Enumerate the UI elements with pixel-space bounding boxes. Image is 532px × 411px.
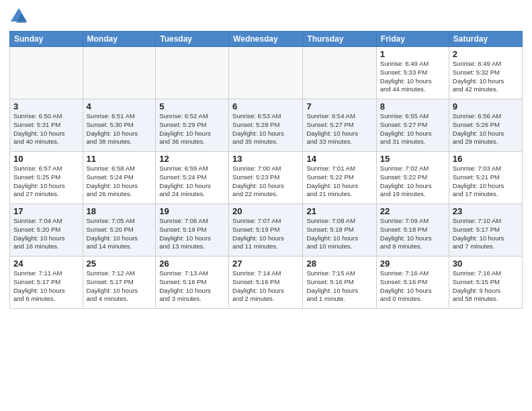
day-info: Sunrise: 7:11 AM Sunset: 5:17 PM Dayligh… <box>13 269 79 304</box>
calendar-cell: 11Sunrise: 6:58 AM Sunset: 5:24 PM Dayli… <box>83 152 156 204</box>
day-number: 1 <box>380 49 445 59</box>
day-info: Sunrise: 7:04 AM Sunset: 5:20 PM Dayligh… <box>13 217 79 251</box>
logo <box>9 7 31 26</box>
day-number: 22 <box>380 206 445 216</box>
calendar-cell: 21Sunrise: 7:08 AM Sunset: 5:18 PM Dayli… <box>303 204 376 257</box>
day-info: Sunrise: 6:53 AM Sunset: 5:28 PM Dayligh… <box>232 112 299 146</box>
weekday-monday: Monday <box>83 32 156 47</box>
day-number: 3 <box>13 101 79 111</box>
day-info: Sunrise: 7:02 AM Sunset: 5:22 PM Dayligh… <box>380 165 445 199</box>
week-row-1: 1Sunrise: 6:49 AM Sunset: 5:33 PM Daylig… <box>10 47 523 99</box>
calendar-cell: 4Sunrise: 6:51 AM Sunset: 5:30 PM Daylig… <box>83 99 156 152</box>
week-row-3: 10Sunrise: 6:57 AM Sunset: 5:25 PM Dayli… <box>10 152 523 204</box>
day-number: 18 <box>87 206 152 216</box>
day-info: Sunrise: 7:14 AM Sunset: 5:16 PM Dayligh… <box>232 269 299 304</box>
calendar-cell: 13Sunrise: 7:00 AM Sunset: 5:23 PM Dayli… <box>229 152 303 204</box>
calendar-cell: 22Sunrise: 7:09 AM Sunset: 5:18 PM Dayli… <box>376 204 449 257</box>
day-number: 25 <box>87 259 152 269</box>
day-info: Sunrise: 7:13 AM Sunset: 5:16 PM Dayligh… <box>159 269 225 304</box>
week-row-4: 17Sunrise: 7:04 AM Sunset: 5:20 PM Dayli… <box>10 204 523 257</box>
day-number: 6 <box>232 101 299 111</box>
day-info: Sunrise: 7:06 AM Sunset: 5:19 PM Dayligh… <box>159 217 225 251</box>
weekday-saturday: Saturday <box>449 32 522 47</box>
day-number: 26 <box>159 259 225 269</box>
day-info: Sunrise: 6:59 AM Sunset: 5:24 PM Dayligh… <box>159 165 225 199</box>
day-info: Sunrise: 7:10 AM Sunset: 5:17 PM Dayligh… <box>453 217 519 251</box>
calendar-cell: 30Sunrise: 7:16 AM Sunset: 5:15 PM Dayli… <box>449 257 522 309</box>
calendar-cell: 2Sunrise: 6:49 AM Sunset: 5:32 PM Daylig… <box>449 47 522 99</box>
week-row-5: 24Sunrise: 7:11 AM Sunset: 5:17 PM Dayli… <box>10 257 523 309</box>
day-number: 30 <box>453 259 519 269</box>
calendar: SundayMondayTuesdayWednesdayThursdayFrid… <box>9 31 523 309</box>
day-number: 2 <box>453 49 519 59</box>
day-info: Sunrise: 7:05 AM Sunset: 5:20 PM Dayligh… <box>87 217 152 251</box>
calendar-cell: 27Sunrise: 7:14 AM Sunset: 5:16 PM Dayli… <box>229 257 303 309</box>
day-number: 9 <box>453 101 519 111</box>
calendar-body: 1Sunrise: 6:49 AM Sunset: 5:33 PM Daylig… <box>10 47 523 309</box>
header <box>9 7 523 26</box>
day-number: 7 <box>306 101 372 111</box>
day-number: 12 <box>159 154 225 164</box>
day-number: 8 <box>380 101 445 111</box>
day-number: 24 <box>13 259 79 269</box>
calendar-cell <box>83 47 156 99</box>
day-number: 16 <box>453 154 519 164</box>
day-number: 15 <box>380 154 445 164</box>
day-number: 27 <box>232 259 299 269</box>
weekday-sunday: Sunday <box>10 32 83 47</box>
day-number: 13 <box>232 154 299 164</box>
day-number: 29 <box>380 259 445 269</box>
calendar-cell: 14Sunrise: 7:01 AM Sunset: 5:22 PM Dayli… <box>303 152 376 204</box>
day-info: Sunrise: 6:49 AM Sunset: 5:32 PM Dayligh… <box>453 60 519 94</box>
day-info: Sunrise: 6:51 AM Sunset: 5:30 PM Dayligh… <box>87 112 152 146</box>
calendar-cell: 10Sunrise: 6:57 AM Sunset: 5:25 PM Dayli… <box>10 152 83 204</box>
calendar-cell: 26Sunrise: 7:13 AM Sunset: 5:16 PM Dayli… <box>156 257 229 309</box>
day-number: 14 <box>306 154 372 164</box>
day-info: Sunrise: 6:54 AM Sunset: 5:27 PM Dayligh… <box>306 112 372 146</box>
calendar-cell: 19Sunrise: 7:06 AM Sunset: 5:19 PM Dayli… <box>156 204 229 257</box>
weekday-header-row: SundayMondayTuesdayWednesdayThursdayFrid… <box>10 32 523 47</box>
calendar-cell: 25Sunrise: 7:12 AM Sunset: 5:17 PM Dayli… <box>83 257 156 309</box>
calendar-cell: 5Sunrise: 6:52 AM Sunset: 5:29 PM Daylig… <box>156 99 229 152</box>
day-info: Sunrise: 6:56 AM Sunset: 5:26 PM Dayligh… <box>453 112 519 146</box>
weekday-friday: Friday <box>376 32 449 47</box>
page: SundayMondayTuesdayWednesdayThursdayFrid… <box>0 0 532 313</box>
day-number: 17 <box>13 206 79 216</box>
day-info: Sunrise: 7:16 AM Sunset: 5:16 PM Dayligh… <box>380 269 445 304</box>
calendar-cell: 23Sunrise: 7:10 AM Sunset: 5:17 PM Dayli… <box>449 204 522 257</box>
calendar-cell: 3Sunrise: 6:50 AM Sunset: 5:31 PM Daylig… <box>10 99 83 152</box>
calendar-cell: 1Sunrise: 6:49 AM Sunset: 5:33 PM Daylig… <box>376 47 449 99</box>
calendar-cell <box>303 47 376 99</box>
calendar-cell: 9Sunrise: 6:56 AM Sunset: 5:26 PM Daylig… <box>449 99 522 152</box>
calendar-cell: 7Sunrise: 6:54 AM Sunset: 5:27 PM Daylig… <box>303 99 376 152</box>
day-info: Sunrise: 6:55 AM Sunset: 5:27 PM Dayligh… <box>380 112 445 146</box>
day-info: Sunrise: 7:15 AM Sunset: 5:16 PM Dayligh… <box>306 269 372 304</box>
calendar-cell: 6Sunrise: 6:53 AM Sunset: 5:28 PM Daylig… <box>229 99 303 152</box>
calendar-cell: 24Sunrise: 7:11 AM Sunset: 5:17 PM Dayli… <box>10 257 83 309</box>
day-info: Sunrise: 7:16 AM Sunset: 5:15 PM Dayligh… <box>453 269 519 304</box>
week-row-2: 3Sunrise: 6:50 AM Sunset: 5:31 PM Daylig… <box>10 99 523 152</box>
calendar-cell: 20Sunrise: 7:07 AM Sunset: 5:19 PM Dayli… <box>229 204 303 257</box>
day-number: 5 <box>159 101 225 111</box>
calendar-cell: 8Sunrise: 6:55 AM Sunset: 5:27 PM Daylig… <box>376 99 449 152</box>
calendar-cell: 29Sunrise: 7:16 AM Sunset: 5:16 PM Dayli… <box>376 257 449 309</box>
calendar-cell: 12Sunrise: 6:59 AM Sunset: 5:24 PM Dayli… <box>156 152 229 204</box>
day-info: Sunrise: 7:01 AM Sunset: 5:22 PM Dayligh… <box>306 165 372 199</box>
day-info: Sunrise: 7:08 AM Sunset: 5:18 PM Dayligh… <box>306 217 372 251</box>
calendar-cell: 18Sunrise: 7:05 AM Sunset: 5:20 PM Dayli… <box>83 204 156 257</box>
calendar-cell: 15Sunrise: 7:02 AM Sunset: 5:22 PM Dayli… <box>376 152 449 204</box>
day-info: Sunrise: 6:57 AM Sunset: 5:25 PM Dayligh… <box>13 165 79 199</box>
day-number: 20 <box>232 206 299 216</box>
day-info: Sunrise: 7:09 AM Sunset: 5:18 PM Dayligh… <box>380 217 445 251</box>
calendar-cell: 28Sunrise: 7:15 AM Sunset: 5:16 PM Dayli… <box>303 257 376 309</box>
logo-icon <box>9 7 28 26</box>
weekday-thursday: Thursday <box>303 32 376 47</box>
weekday-tuesday: Tuesday <box>156 32 229 47</box>
day-info: Sunrise: 7:03 AM Sunset: 5:21 PM Dayligh… <box>453 165 519 199</box>
day-number: 4 <box>87 101 152 111</box>
day-number: 21 <box>306 206 372 216</box>
day-info: Sunrise: 6:50 AM Sunset: 5:31 PM Dayligh… <box>13 112 79 146</box>
day-number: 23 <box>453 206 519 216</box>
calendar-header: SundayMondayTuesdayWednesdayThursdayFrid… <box>10 32 523 47</box>
day-info: Sunrise: 7:07 AM Sunset: 5:19 PM Dayligh… <box>232 217 299 251</box>
